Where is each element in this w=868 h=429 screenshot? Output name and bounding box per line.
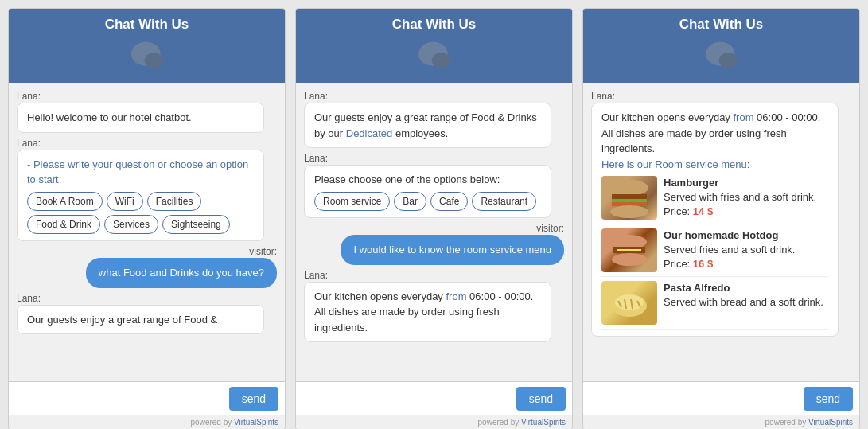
option-restaurant[interactable]: Restaurant (472, 192, 536, 211)
brand-1: VirtualSpirits (234, 418, 278, 427)
option-bar[interactable]: Bar (394, 192, 426, 211)
menu-item-hamburger: Hamburger Served with fries and a soft d… (601, 172, 828, 224)
pasta-name: Pasta Alfredo (664, 281, 823, 295)
option-facilities[interactable]: Facilities (147, 192, 202, 211)
menu-item-pasta: Pasta Alfredo Served with bread and a so… (601, 277, 828, 330)
visitor-row-w2: visitor: I would like to know the room s… (304, 223, 564, 265)
powered-by-1: powered by VirtualSpirits (9, 415, 285, 429)
lana-bubble-2: - Please write your question or choose a… (17, 150, 264, 241)
brand-3: VirtualSpirits (808, 418, 853, 427)
header-title-2: Chat With Us (392, 17, 477, 33)
send-button-3[interactable]: send (804, 387, 853, 411)
pasta-info: Pasta Alfredo Served with bread and a so… (664, 281, 823, 310)
lana-row-w2-2: Lana: Please choose one of the options b… (304, 153, 564, 218)
sender-lana-w2-2: Lana: (304, 153, 564, 164)
option-wifi[interactable]: WiFi (107, 192, 143, 211)
pasta-img (601, 281, 657, 325)
option-sightseeing[interactable]: Sightseeing (162, 215, 230, 234)
svg-point-19 (612, 253, 647, 266)
lana-row-w3-1: Lana: Our kitchen opens everyday from 06… (591, 91, 851, 337)
chat-icon-1 (127, 37, 167, 76)
svg-rect-13 (612, 194, 647, 199)
hamburger-desc: Served with fries and a soft drink. (664, 190, 816, 205)
visitor-bubble-1: what Food and Drinks do you have? (86, 258, 277, 288)
sender-lana-3: Lana: (17, 293, 277, 304)
powered-by-2: powered by VirtualSpirits (296, 415, 572, 429)
lana-row-w2-1: Lana: Our guests enjoy a great range of … (304, 91, 564, 148)
option-services[interactable]: Services (104, 215, 158, 234)
sender-lana-w3-1: Lana: (591, 91, 851, 102)
sender-lana-2: Lana: (17, 138, 277, 149)
chat-header-3: Chat With Us (583, 9, 859, 83)
lana-row-2: Lana: - Please write your question or ch… (17, 138, 277, 241)
messages-3: Lana: Our kitchen opens everyday from 06… (583, 83, 859, 381)
hotdog-desc: Served fries and a soft drink. (664, 243, 795, 257)
lana-bubble-w2-1: Our guests enjoy a great range of Food &… (304, 103, 551, 148)
options-container: Book A Room WiFi Facilities Food & Drink… (27, 192, 254, 234)
sender-visitor: visitor: (249, 246, 277, 257)
chat-input-2[interactable] (302, 389, 516, 408)
sender-lana: Lana: (17, 91, 277, 102)
chat-icon-2 (415, 37, 454, 76)
input-area-2: send (296, 381, 572, 415)
hotdog-img (601, 228, 657, 272)
chat-icon-3 (702, 37, 741, 76)
lana-row: Lana: Hello! welcome to our hotel chatbo… (17, 91, 277, 133)
pasta-desc: Served with bread and a soft drink. (664, 295, 823, 310)
chat-widget-2: Chat With Us Lana: Our guests enjoy a gr… (295, 8, 573, 429)
header-title-1: Chat With Us (105, 17, 189, 33)
hamburger-img (601, 176, 657, 220)
chat-widget-1: Chat With Us Lana: Hello! welcome to our… (8, 8, 286, 429)
option-cafe[interactable]: Cafe (430, 192, 468, 211)
input-area-3: send (583, 381, 859, 415)
hotdog-price: Price: 16 $ (664, 257, 795, 271)
lana-bubble-w2-2: Please choose one of the options below: … (304, 165, 551, 218)
lana-bubble-w3-1: Our kitchen opens everyday from 06:00 - … (591, 103, 839, 337)
visitor-row-1: visitor: what Food and Drinks do you hav… (17, 246, 277, 288)
option-food-drink[interactable]: Food & Drink (27, 215, 100, 234)
sender-lana-w2-1: Lana: (304, 91, 564, 102)
chat-input-3[interactable] (590, 389, 804, 408)
visitor-bubble-w2: I would like to know the room service me… (341, 235, 564, 265)
sender-visitor-w2: visitor: (536, 223, 564, 234)
lana-bubble-3: Our guests enjoy a great range of Food & (17, 305, 264, 335)
lana-row-w2-3: Lana: Our kitchen opens everyday from 06… (304, 270, 564, 343)
header-title-3: Chat With Us (679, 17, 764, 33)
chat-header-1: Chat With Us (9, 9, 285, 83)
hotdog-name: Our homemade Hotdog (664, 228, 795, 243)
hotdog-info: Our homemade Hotdog Served fries and a s… (664, 228, 795, 272)
lana-row-3: Lana: Our guests enjoy a great range of … (17, 293, 277, 335)
send-button-2[interactable]: send (516, 387, 566, 411)
messages-2: Lana: Our guests enjoy a great range of … (296, 83, 572, 381)
lana-bubble-w2-3: Our kitchen opens everyday from 06:00 - … (304, 282, 551, 343)
hamburger-price: Price: 14 $ (664, 205, 816, 219)
menu-item-hotdog: Our homemade Hotdog Served fries and a s… (601, 224, 828, 277)
chat-widget-3: Chat With Us Lana: Our kitchen opens eve… (582, 8, 860, 429)
option-room-service[interactable]: Room service (314, 192, 390, 211)
chat-header-2: Chat With Us (296, 9, 572, 83)
powered-by-3: powered by VirtualSpirits (583, 415, 859, 429)
svg-point-16 (610, 205, 648, 218)
brand-2: VirtualSpirits (521, 418, 566, 427)
send-button-1[interactable]: send (229, 387, 278, 411)
chat-input-1[interactable] (15, 389, 229, 408)
svg-point-12 (610, 180, 648, 196)
option-book-room[interactable]: Book A Room (27, 192, 103, 211)
hamburger-info: Hamburger Served with fries and a soft d… (664, 176, 816, 220)
hamburger-name: Hamburger (664, 176, 816, 190)
sender-lana-w2-3: Lana: (304, 270, 564, 281)
lana-bubble: Hello! welcome to our hotel chatbot. (17, 103, 264, 133)
messages-1: Lana: Hello! welcome to our hotel chatbo… (9, 83, 285, 381)
input-area-1: send (9, 381, 285, 415)
svg-rect-14 (612, 199, 647, 202)
options-container-w2: Room service Bar Cafe Restaurant (314, 192, 541, 211)
